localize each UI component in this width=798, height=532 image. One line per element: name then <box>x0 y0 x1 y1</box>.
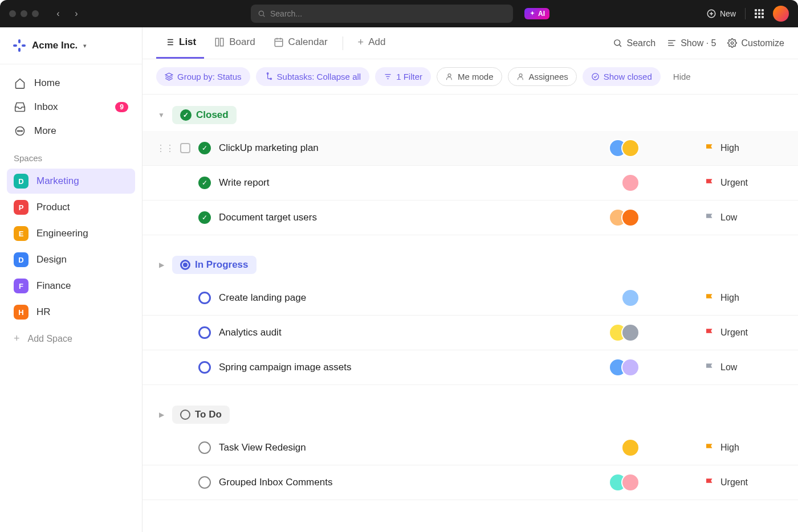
task-row[interactable]: ⋮⋮ ✓ Document target users Low <box>142 200 798 235</box>
gear-icon <box>727 38 737 48</box>
task-checkbox[interactable] <box>180 143 190 153</box>
svg-point-12 <box>22 130 23 132</box>
space-item-engineering[interactable]: EEngineering <box>7 221 135 246</box>
status-todo-icon[interactable] <box>198 441 211 454</box>
space-item-finance[interactable]: FFinance <box>7 273 135 298</box>
priority-cell[interactable]: Low <box>705 362 784 373</box>
search-icon <box>613 38 622 48</box>
assignee-avatar[interactable] <box>621 139 640 157</box>
drag-handle-icon[interactable]: ⋮⋮ <box>156 143 174 154</box>
flag-icon <box>705 477 715 488</box>
status-progress-icon[interactable] <box>198 326 211 339</box>
show-columns-button[interactable]: Show · 5 <box>667 38 716 48</box>
ai-button[interactable]: AI <box>524 8 549 19</box>
task-row[interactable]: ⋮⋮ ✓ ClickUp marketing plan High <box>142 131 798 166</box>
tab-board[interactable]: Board <box>206 27 263 59</box>
space-item-product[interactable]: PProduct <box>7 195 135 220</box>
show-closed-chip[interactable]: Show closed <box>583 67 661 86</box>
workspace-switcher[interactable]: Acme Inc. ▾ <box>0 27 142 64</box>
group-by-chip[interactable]: Group by: Status <box>156 67 250 86</box>
task-row[interactable]: ⋮⋮ Grouped Inbox Comments Urgent <box>142 465 798 500</box>
hide-button[interactable]: Hide <box>673 72 691 81</box>
svg-point-10 <box>18 130 19 132</box>
assignee-avatar[interactable] <box>621 324 640 342</box>
subtasks-chip[interactable]: Subtasks: Collapse all <box>256 67 370 86</box>
svg-line-26 <box>620 45 621 47</box>
list-icon <box>164 37 174 47</box>
topbar: ‹ › Search... AI New <box>0 0 798 27</box>
nav-home[interactable]: Home <box>7 71 135 95</box>
collapse-toggle[interactable]: ▶ <box>156 411 166 419</box>
task-title: Document target users <box>219 212 601 223</box>
me-mode-chip[interactable]: Me mode <box>437 67 502 86</box>
assignee-avatar[interactable] <box>621 289 640 307</box>
task-row[interactable]: ⋮⋮ Spring campaign image assets Low <box>142 350 798 385</box>
nav-forward-button[interactable]: › <box>68 6 84 22</box>
apps-grid-button[interactable] <box>755 9 764 18</box>
collapse-toggle[interactable]: ▶ <box>156 261 166 269</box>
task-row[interactable]: ⋮⋮ Task View Redesign High <box>142 431 798 465</box>
status-closed-icon[interactable]: ✓ <box>198 177 211 189</box>
space-icon: D <box>14 174 28 189</box>
status-progress-icon[interactable] <box>198 361 211 374</box>
svg-point-39 <box>592 73 598 80</box>
space-item-marketing[interactable]: DMarketing <box>7 169 135 194</box>
check-circle-icon <box>591 72 600 81</box>
flag-icon <box>705 143 715 153</box>
flag-icon <box>705 362 715 373</box>
status-progress-icon[interactable] <box>198 292 211 304</box>
collapse-toggle[interactable]: ▼ <box>156 111 166 119</box>
assignee-avatar[interactable] <box>621 174 640 192</box>
view-tabs: List Board Calendar + Add Search <box>142 27 798 59</box>
assignee-avatar[interactable] <box>621 358 640 377</box>
assignee-avatar[interactable] <box>621 208 640 227</box>
space-label: Finance <box>36 280 71 292</box>
customize-button[interactable]: Customize <box>727 38 784 48</box>
search-tasks-button[interactable]: Search <box>613 38 656 48</box>
svg-point-37 <box>448 74 451 77</box>
tab-list[interactable]: List <box>156 27 204 59</box>
plus-icon: + <box>14 333 20 345</box>
group-label-todo[interactable]: To Do <box>172 406 230 424</box>
space-item-design[interactable]: DDesign <box>7 247 135 272</box>
space-label: Design <box>36 254 67 265</box>
assignee-avatar[interactable] <box>621 473 640 492</box>
priority-cell[interactable]: High <box>705 293 784 303</box>
priority-cell[interactable]: Urgent <box>705 328 784 338</box>
search-placeholder: Search... <box>270 9 302 18</box>
tab-calendar[interactable]: Calendar <box>266 27 336 59</box>
columns-icon <box>667 38 677 48</box>
task-row[interactable]: ⋮⋮ Create landing page High <box>142 281 798 316</box>
priority-cell[interactable]: Urgent <box>705 477 784 488</box>
assignee-avatar[interactable] <box>621 439 640 457</box>
group-label-progress[interactable]: In Progress <box>172 256 256 274</box>
nav-back-button[interactable]: ‹ <box>50 6 66 22</box>
task-title: Create landing page <box>219 292 613 304</box>
add-view-button[interactable]: + Add <box>350 27 394 59</box>
status-todo-icon[interactable] <box>198 476 211 489</box>
priority-cell[interactable]: High <box>705 143 784 153</box>
assignees <box>609 324 640 342</box>
priority-cell[interactable]: Low <box>705 212 784 223</box>
search-icon <box>258 10 266 18</box>
filter-chip[interactable]: 1 Filter <box>375 67 431 86</box>
priority-cell[interactable]: Urgent <box>705 178 784 188</box>
space-item-hr[interactable]: HHR <box>7 300 135 325</box>
task-row[interactable]: ⋮⋮ ✓ Write report Urgent <box>142 166 798 200</box>
task-row[interactable]: ⋮⋮ Analytics audit Urgent <box>142 316 798 350</box>
space-icon: H <box>14 305 28 320</box>
priority-cell[interactable]: High <box>705 443 784 453</box>
add-space-button[interactable]: + Add Space <box>0 326 142 351</box>
task-title: Grouped Inbox Comments <box>219 477 601 488</box>
svg-point-11 <box>19 130 21 132</box>
nav-inbox[interactable]: Inbox 9 <box>7 95 135 119</box>
user-avatar-button[interactable] <box>773 6 789 22</box>
nav-more[interactable]: More <box>7 119 135 143</box>
new-button[interactable]: New <box>706 9 736 19</box>
status-closed-icon[interactable]: ✓ <box>198 211 211 224</box>
group-label-closed[interactable]: ✓Closed <box>172 106 237 124</box>
global-search-input[interactable]: Search... <box>251 5 513 23</box>
status-closed-icon[interactable]: ✓ <box>198 142 211 154</box>
assignees-chip[interactable]: Assignees <box>508 67 577 86</box>
inbox-icon <box>14 101 26 113</box>
